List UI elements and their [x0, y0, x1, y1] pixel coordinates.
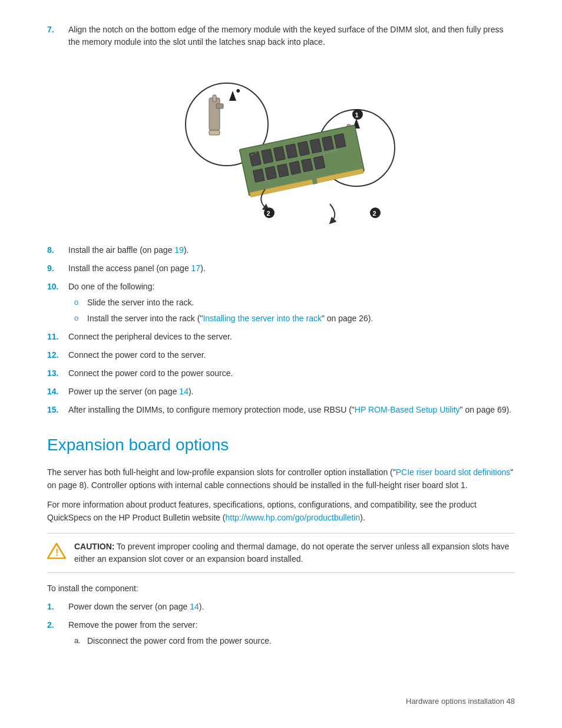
- svg-text:1: 1: [355, 111, 359, 118]
- svg-rect-29: [313, 156, 325, 170]
- step-8-link[interactable]: 19: [174, 245, 184, 255]
- install-step-2-num: 2.: [47, 619, 68, 631]
- step-10a: o Slide the server into the rack.: [74, 297, 515, 309]
- step-13-text: Connect the power cord to the power sour…: [68, 367, 515, 380]
- svg-rect-25: [265, 166, 277, 180]
- svg-rect-27: [289, 161, 301, 174]
- svg-text:!: !: [55, 548, 58, 558]
- caution-body: To prevent improper cooling and thermal …: [74, 542, 509, 564]
- step-9-text: Install the access panel (on page 17).: [68, 262, 515, 275]
- step-15-text: After installing the DIMMs, to configure…: [68, 404, 515, 416]
- step-10b-text: Install the server into the rack ("Insta…: [87, 312, 373, 325]
- section-title: Expansion board options: [47, 433, 515, 457]
- dimm-image-container: ● 1 1: [68, 62, 515, 228]
- step-13-num: 13.: [47, 367, 68, 380]
- step-7-num: 7.: [47, 24, 68, 36]
- step-15-link[interactable]: HP ROM-Based Setup Utility: [355, 405, 460, 414]
- step-9-link[interactable]: 17: [191, 263, 201, 273]
- step-8-num: 8.: [47, 244, 68, 256]
- step-15-num: 15.: [47, 404, 68, 416]
- step-13: 13. Connect the power cord to the power …: [47, 367, 515, 380]
- install-step-2a-text: Disconnect the power cord from the power…: [87, 635, 272, 647]
- footer-text: Hardware options installation 48: [406, 697, 515, 706]
- step-10a-bullet: o: [74, 297, 87, 308]
- step-14-link[interactable]: 14: [179, 387, 189, 396]
- step-10b: o Install the server into the rack ("Ins…: [74, 312, 515, 325]
- caution-text: CAUTION: To prevent improper cooling and…: [74, 541, 515, 565]
- install-step-2: 2. Remove the power from the server: a. …: [47, 619, 515, 647]
- step-10-text: Do one of the following: o Slide the ser…: [68, 281, 515, 325]
- install-step-2-text: Remove the power from the server: a. Dis…: [68, 619, 515, 647]
- step-10-main: Do one of the following:: [68, 282, 154, 291]
- svg-rect-4: [209, 130, 220, 135]
- step-8: 8. Install the air baffle (on page 19).: [47, 244, 515, 256]
- install-step-1-num: 1.: [47, 601, 68, 613]
- svg-rect-3: [216, 104, 223, 108]
- step-15: 15. After installing the DIMMs, to confi…: [47, 404, 515, 416]
- install-step-2a: a. Disconnect the power cord from the po…: [74, 635, 515, 647]
- section-para1: The server has both full-height and low-…: [47, 466, 515, 492]
- step-10b-link[interactable]: Installing the server into the rack: [203, 314, 322, 323]
- step-9: 9. Install the access panel (on page 17)…: [47, 262, 515, 275]
- step-7: 7. Align the notch on the bottom edge of…: [47, 24, 515, 48]
- page-footer: Hardware options installation 48: [406, 696, 515, 707]
- step-14-num: 14.: [47, 386, 68, 398]
- install-step-1-text: Power down the server (on page 14).: [68, 601, 515, 613]
- caution-box: ! CAUTION: To prevent improper cooling a…: [47, 533, 515, 573]
- section-para2: For more information about product featu…: [47, 498, 515, 525]
- step-11-num: 11.: [47, 331, 68, 343]
- install-step-1-link[interactable]: 14: [190, 602, 199, 611]
- pcie-riser-link[interactable]: PCIe riser board slot definitions: [396, 467, 511, 477]
- step-9-num: 9.: [47, 262, 68, 275]
- install-step-2a-bullet: a.: [74, 635, 87, 647]
- svg-text:2: 2: [267, 210, 270, 217]
- step-14-text: Power up the server (on page 14).: [68, 386, 515, 398]
- install-step-1: 1. Power down the server (on page 14).: [47, 601, 515, 613]
- step-8-text: Install the air baffle (on page 19).: [68, 244, 515, 256]
- step-7-text: Align the notch on the bottom edge of th…: [68, 24, 515, 48]
- svg-text:2: 2: [373, 210, 376, 217]
- step-12: 12. Connect the power cord to the server…: [47, 349, 515, 361]
- caution-label: CAUTION:: [74, 542, 114, 551]
- caution-icon: !: [47, 542, 66, 561]
- step-10: 10. Do one of the following: o Slide the…: [47, 281, 515, 325]
- step-12-text: Connect the power cord to the server.: [68, 349, 515, 361]
- step-14: 14. Power up the server (on page 14).: [47, 386, 515, 398]
- svg-rect-2: [213, 95, 216, 102]
- svg-text:1: 1: [234, 88, 237, 95]
- svg-rect-24: [253, 169, 265, 182]
- step-10b-bullet: o: [74, 312, 87, 324]
- install-intro: To install the component:: [47, 582, 515, 595]
- dimm-diagram: ● 1 1: [180, 62, 404, 228]
- step-10-num: 10.: [47, 281, 68, 293]
- step-11-text: Connect the peripheral devices to the se…: [68, 331, 515, 343]
- svg-rect-26: [277, 164, 289, 177]
- product-bulletin-link[interactable]: http://www.hp.com/go/productbulletin: [225, 513, 360, 522]
- step-11: 11. Connect the peripheral devices to th…: [47, 331, 515, 343]
- install-step-2-main: Remove the power from the server:: [68, 620, 197, 630]
- svg-rect-28: [302, 159, 313, 172]
- step-10a-text: Slide the server into the rack.: [87, 297, 194, 309]
- svg-rect-1: [209, 98, 220, 130]
- step-12-num: 12.: [47, 349, 68, 361]
